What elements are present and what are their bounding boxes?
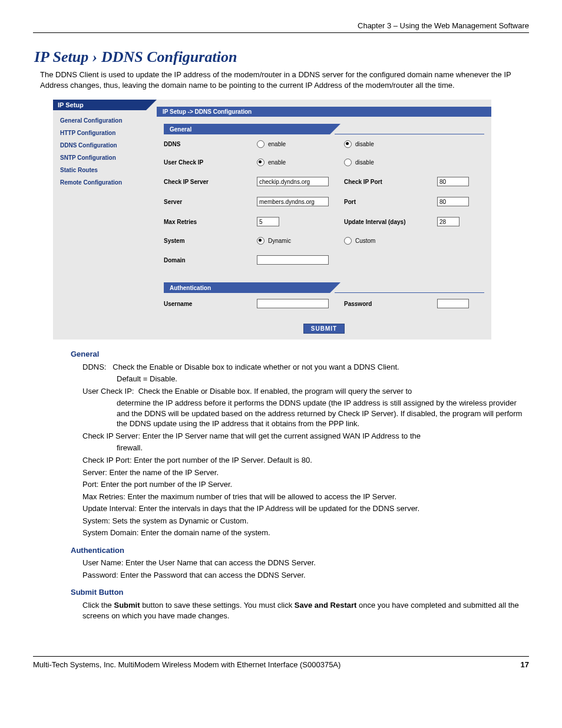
page-title: IP Setup › DDNS Configuration: [34, 48, 529, 66]
username-label: Username: [164, 301, 252, 307]
checkipserver-input[interactable]: [257, 177, 329, 186]
sidebar-item-ddns[interactable]: DDNS Configuration: [60, 142, 157, 149]
help-maxretries-desc: Enter the maximum number of tries that w…: [128, 492, 396, 501]
help-systemdomain-desc: Enter the domain name of the system.: [141, 528, 270, 537]
updateinterval-input[interactable]: [437, 217, 459, 226]
page-footer: Multi-Tech Systems, Inc. MultiModem Wire…: [33, 656, 529, 669]
help-checkipport-desc: Enter the port number of the IP Server. …: [134, 456, 312, 465]
system-dynamic-radio[interactable]: [257, 237, 265, 245]
help-ddns-desc2: Default = Disable.: [117, 374, 529, 384]
sidebar-item-static-routes[interactable]: Static Routes: [60, 167, 157, 173]
help-general-heading: General: [71, 349, 529, 360]
section-header-auth-label: Authentication: [164, 282, 330, 293]
help-port-term: Port:: [82, 480, 98, 489]
sidebar-tab-ipsetup[interactable]: IP Setup: [53, 100, 157, 110]
help-port-desc: Enter the port number of the IP Server.: [101, 480, 232, 489]
help-ddns-desc1: Check the Enable or Disable box to indic…: [113, 363, 399, 371]
sidebar-item-general[interactable]: General Configuration: [60, 117, 157, 124]
help-username-term: User Name:: [82, 558, 123, 567]
help-username-desc: Enter the User Name that can access the …: [125, 558, 316, 567]
sidebar: IP Setup General Configuration HTTP Conf…: [53, 100, 157, 340]
usercheckip-disable-radio[interactable]: [344, 159, 352, 166]
help-cis-desc-start: Enter the IP Server name that will get t…: [143, 431, 421, 440]
ddns-label: DDNS: [164, 141, 252, 147]
password-label: Password: [344, 301, 432, 307]
help-system-term: System:: [82, 516, 110, 525]
enable-text: enable: [268, 141, 286, 147]
disable-text-2: disable: [355, 159, 374, 166]
footer-page-number: 17: [521, 660, 529, 669]
sidebar-item-remote[interactable]: Remote Configuration: [60, 179, 157, 186]
checkipport-input[interactable]: [437, 177, 469, 186]
checkipserver-label: Check IP Server: [164, 179, 252, 185]
ddns-disable-radio[interactable]: [344, 140, 352, 148]
help-cis-desc-cont: firewall.: [117, 443, 529, 453]
screenshot-panel: IP Setup General Configuration HTTP Conf…: [53, 100, 483, 340]
breadcrumb: IP Setup -> DDNS Configuration: [157, 107, 491, 117]
section-header-auth: Authentication: [164, 282, 484, 293]
dynamic-text: Dynamic: [268, 238, 291, 244]
password-input[interactable]: [437, 299, 469, 308]
system-custom-radio[interactable]: [344, 237, 352, 245]
help-usercheckip-term: User Check IP:: [82, 387, 134, 396]
help-updateinterval-term: Update Interval:: [82, 504, 137, 513]
help-submit-desc: Click the Submit button to save these se…: [82, 600, 529, 621]
section-header-general: General: [164, 124, 484, 134]
chapter-header: Chapter 3 – Using the Web Management Sof…: [33, 21, 529, 33]
sidebar-item-sntp[interactable]: SNTP Configuration: [60, 154, 157, 161]
sidebar-item-http[interactable]: HTTP Configuration: [60, 130, 157, 136]
help-submit-heading: Submit Button: [71, 587, 529, 598]
server-label: Server: [164, 199, 252, 205]
help-server-desc: Enter the name of the IP Server.: [110, 468, 219, 477]
checkipport-label: Check IP Port: [344, 179, 432, 185]
server-input[interactable]: [257, 197, 329, 206]
usercheckip-label: User Check IP: [164, 159, 252, 166]
domain-input[interactable]: [257, 255, 329, 265]
help-usercheckip-desc-cont: determine the IP address before it perfo…: [117, 398, 529, 429]
usercheckip-enable-radio[interactable]: [257, 159, 265, 166]
help-server-term: Server:: [82, 468, 107, 477]
maxretries-input[interactable]: [257, 217, 279, 226]
help-maxretries-term: Max Retries:: [82, 492, 125, 501]
domain-label: Domain: [164, 257, 252, 263]
submit-button[interactable]: SUBMIT: [303, 324, 345, 334]
enable-text-2: enable: [268, 159, 286, 166]
system-label: System: [164, 238, 252, 244]
username-input[interactable]: [257, 299, 329, 308]
section-header-general-label: General: [164, 124, 330, 134]
help-usercheckip-desc-start: Check the Enable or Disable box. If enab…: [138, 387, 412, 396]
help-password-term: Password:: [82, 571, 118, 579]
help-system-desc: Sets the system as Dynamic or Custom.: [113, 516, 249, 525]
custom-text: Custom: [355, 238, 375, 244]
port-label: Port: [344, 199, 432, 205]
help-checkipport-term: Check IP Port:: [82, 456, 132, 465]
footer-left: Multi-Tech Systems, Inc. MultiModem Wire…: [33, 660, 340, 669]
help-password-desc: Enter the Password that can access the D…: [120, 571, 305, 579]
disable-text: disable: [355, 141, 374, 147]
help-updateinterval-desc: Enter the intervals in days that the IP …: [138, 504, 419, 513]
maxretries-label: Max Retries: [164, 219, 252, 225]
help-auth-heading: Authentication: [71, 545, 529, 556]
help-checkipserver-term: Check IP Server:: [82, 431, 140, 440]
port-input[interactable]: [437, 197, 469, 206]
intro-text: The DDNS Client is used to update the IP…: [40, 70, 529, 90]
ddns-enable-radio[interactable]: [257, 140, 265, 148]
help-systemdomain-term: System Domain:: [82, 528, 138, 537]
main-pane: IP Setup -> DDNS Configuration General D…: [157, 100, 491, 340]
help-ddns-term: DDNS:: [82, 363, 106, 371]
updateinterval-label: Update Interval (days): [344, 219, 432, 225]
